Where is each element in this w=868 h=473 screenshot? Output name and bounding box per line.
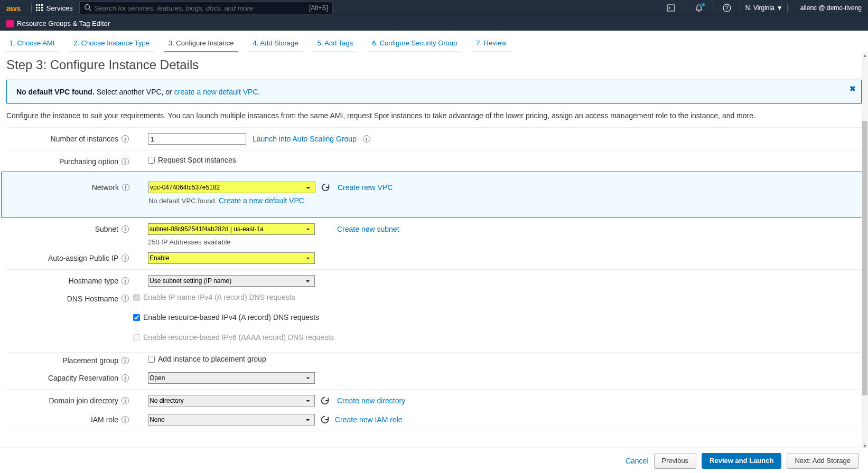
placement-label: Placement group [62,356,118,365]
create-iam-link[interactable]: Create new IAM role [335,415,403,424]
create-subnet-link[interactable]: Create new subnet [337,225,399,233]
tab-review[interactable]: 7. Review [472,36,510,52]
divider [787,3,788,13]
close-icon[interactable]: ✖ [850,84,856,93]
info-icon[interactable]: i [122,135,129,143]
services-label: Services [46,4,73,12]
auto-ip-select[interactable]: Enable [148,252,315,264]
dns-ipv4-resource-checkbox-label[interactable]: Enable resource-based IPv4 (A record) DN… [133,313,319,321]
help-icon[interactable]: ? [723,4,731,12]
info-icon[interactable]: i [122,357,129,364]
auto-scaling-link[interactable]: Launch into Auto Scaling Group [253,135,357,143]
alert-text: Select another VPC, or [97,88,174,96]
svg-line-10 [89,8,91,11]
create-directory-link[interactable]: Create new directory [337,396,405,405]
wizard-tabs: 1. Choose AMI 2. Choose Instance Type 3.… [0,31,868,52]
tab-choose-instance-type[interactable]: 2. Choose Instance Type [69,36,154,52]
network-select[interactable]: vpc-0474064fc537e5182 [148,182,315,193]
svg-rect-11 [667,5,675,11]
service-header: Resource Groups & Tag Editor [0,16,868,31]
dns-ipv6-checkbox [133,334,140,341]
cloudshell-icon[interactable] [667,4,675,12]
num-instances-input[interactable] [148,133,246,145]
subnet-helper: 250 IP Addresses available [148,238,231,246]
info-icon[interactable]: i [122,397,129,404]
domain-join-select[interactable]: No directory [148,395,315,406]
network-highlighted-section: Network i vpc-0474064fc537e5182 Create n… [1,172,863,218]
svg-rect-7 [39,10,40,11]
info-icon[interactable]: i [122,295,129,302]
network-label: Network [92,183,119,192]
svg-rect-3 [36,7,38,8]
purchasing-label: Purchasing option [59,157,118,166]
search-icon [84,4,91,13]
tab-configure-instance[interactable]: 3. Configure Instance [164,36,238,52]
global-search[interactable]: [Alt+S] [79,2,333,14]
info-icon[interactable]: i [363,135,370,143]
refresh-icon[interactable] [321,183,330,192]
create-default-vpc-link[interactable]: create a new default VPC [174,88,258,96]
services-menu[interactable]: Services [36,4,73,12]
svg-rect-4 [39,7,40,8]
info-icon[interactable]: i [122,374,129,382]
tab-add-tags[interactable]: 5. Add Tags [313,36,357,52]
search-input[interactable] [95,4,309,12]
auto-ip-label: Auto-assign Public IP [48,254,118,262]
iam-label: IAM role [91,415,118,424]
hostname-select[interactable]: Use subnet setting (IP name) [148,275,315,287]
caret-down-icon: ▼ [777,4,783,12]
service-name[interactable]: Resource Groups & Tag Editor [17,20,110,27]
wizard-footer: Cancel Previous Review and Launch Next: … [0,448,868,449]
capacity-select[interactable]: Open [148,372,315,384]
subnet-select[interactable]: subnet-08c952541f4ab282d | us-east-1a [148,223,315,235]
info-icon[interactable]: i [122,416,129,423]
scrollbar-thumb[interactable] [862,121,867,395]
info-icon[interactable]: i [122,225,129,233]
spot-checkbox[interactable] [148,157,155,164]
refresh-icon[interactable] [320,415,330,424]
aws-logo[interactable]: aws [6,4,21,13]
svg-rect-2 [41,4,43,6]
spot-checkbox-label[interactable]: Request Spot instances [148,156,236,164]
divider [685,3,685,13]
dns-ipv6-checkbox-label: Enable resource-based IPv6 (AAAA record)… [133,333,334,342]
placement-checkbox-label[interactable]: Add instance to placement group [148,355,266,363]
tab-choose-ami[interactable]: 1. Choose AMI [5,36,59,52]
tab-add-storage[interactable]: 4. Add Storage [248,36,302,52]
dns-ipv4-ipname-checkbox-label: Enable IP name IPv4 (A record) DNS reque… [133,293,295,301]
refresh-icon[interactable] [320,396,330,405]
subnet-label: Subnet [95,225,118,233]
region-selector[interactable]: N. Virginia ▼ [745,4,783,12]
svg-rect-5 [41,7,43,8]
info-icon[interactable]: i [122,184,129,191]
info-icon[interactable]: i [122,158,129,165]
divider [31,3,32,13]
scrollbar[interactable]: ▲ ▼ [862,52,868,449]
account-menu[interactable]: allenc @ demo-tlveng [800,4,862,12]
capacity-label: Capacity Reservation [48,374,118,382]
domain-join-label: Domain join directory [49,396,119,405]
placement-checkbox[interactable] [148,356,155,363]
create-default-vpc-link-2[interactable]: Create a new default VPC [219,196,304,205]
info-icon[interactable]: i [122,277,129,285]
divider [713,3,713,13]
dns-ipv4-ipname-checkbox [133,294,140,301]
notifications-icon[interactable] [695,4,703,12]
num-instances-label: Number of instances [51,135,118,143]
hostname-label: Hostname type [69,277,118,285]
grid-icon [36,4,43,12]
divider [741,3,741,13]
svg-point-9 [85,4,89,9]
tab-configure-security-group[interactable]: 6. Configure Security Group [368,36,461,52]
notification-dot [702,3,705,6]
scroll-up-icon[interactable]: ▲ [862,52,868,59]
resource-groups-icon [6,20,14,27]
network-helper-bold: No default VPC found. [148,197,217,205]
search-shortcut: [Alt+S] [309,4,328,12]
svg-rect-8 [41,10,43,11]
info-icon[interactable]: i [122,254,129,262]
dns-ipv4-resource-checkbox[interactable] [133,314,140,321]
alert-bold-text: No default VPC found. [16,88,95,96]
create-vpc-link[interactable]: Create new VPC [338,183,393,192]
iam-select[interactable]: None [148,414,315,425]
